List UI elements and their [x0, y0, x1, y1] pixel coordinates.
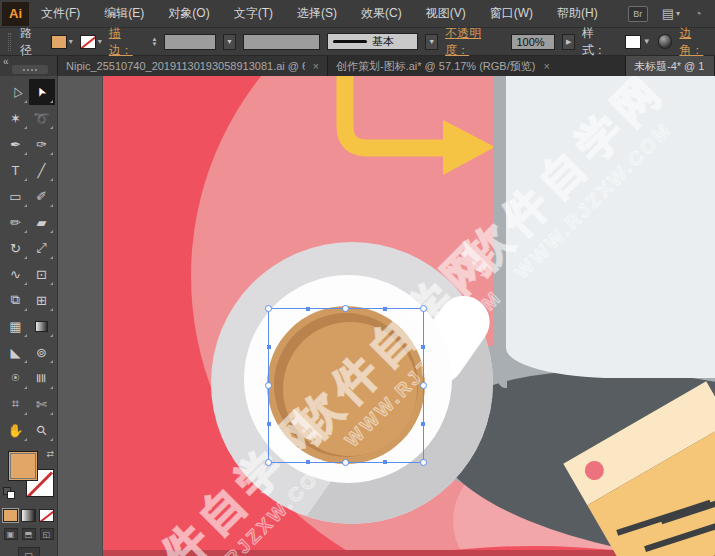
- width-profile-dropdown[interactable]: [243, 34, 320, 50]
- workspace-switcher[interactable]: ▤ ▾: [662, 6, 680, 21]
- menu-file[interactable]: 文件(F): [29, 0, 92, 27]
- style-swatch[interactable]: [625, 35, 641, 49]
- book-page[interactable]: [506, 76, 715, 378]
- menu-object[interactable]: 对象(O): [156, 0, 221, 27]
- swap-fill-stroke-icon[interactable]: ⇄: [46, 449, 54, 459]
- gradient-tool[interactable]: [29, 313, 55, 339]
- color-button[interactable]: [3, 509, 18, 522]
- style-label: 样式：: [582, 25, 618, 59]
- line-segment-tool[interactable]: ╱: [29, 157, 55, 183]
- brush-pen-tool[interactable]: ✑: [29, 131, 55, 157]
- rectangle-tool[interactable]: ▭: [3, 183, 29, 209]
- eraser-tool[interactable]: ▰: [29, 209, 55, 235]
- brush-caret[interactable]: ▼: [425, 34, 438, 50]
- selection-handle[interactable]: [265, 459, 272, 466]
- width-tool[interactable]: ∿: [3, 261, 29, 287]
- document-tab-3[interactable]: 未标题-4* @ 1: [626, 56, 715, 76]
- close-icon[interactable]: ×: [313, 60, 319, 72]
- magic-wand-tool[interactable]: ✶: [3, 105, 29, 131]
- pasteboard[interactable]: [58, 76, 103, 556]
- fill-indicator[interactable]: [8, 451, 38, 481]
- stroke-color-swatch[interactable]: [80, 35, 96, 49]
- page-spine-edge[interactable]: [493, 76, 507, 388]
- opacity-field[interactable]: 100%: [511, 34, 555, 50]
- zoom-tool[interactable]: ⚲: [29, 417, 55, 443]
- hand-tool[interactable]: ✋: [3, 417, 29, 443]
- chevron-down-icon: ▾: [676, 9, 680, 18]
- menu-select[interactable]: 选择(S): [285, 0, 349, 27]
- menu-effect[interactable]: 效果(C): [349, 0, 414, 27]
- shape-builder-tool[interactable]: ⧉: [3, 287, 29, 313]
- recolor-artwork-icon[interactable]: [658, 34, 673, 49]
- screen-mode-icon[interactable]: ▭: [18, 547, 40, 556]
- menu-help[interactable]: 帮助(H): [545, 0, 610, 27]
- anchor-dot[interactable]: [383, 460, 387, 464]
- perspective-grid-tool[interactable]: ⊞: [29, 287, 55, 313]
- direct-selection-tool[interactable]: ▷: [3, 79, 29, 105]
- brush-definition-dropdown[interactable]: 基本: [327, 33, 418, 50]
- selection-handle[interactable]: [265, 382, 272, 389]
- menu-edit[interactable]: 编辑(E): [92, 0, 156, 27]
- anchor-dot[interactable]: [267, 345, 271, 349]
- menu-type[interactable]: 文字(T): [222, 0, 285, 27]
- default-fill-stroke-icon[interactable]: [3, 487, 15, 499]
- selection-handle[interactable]: [342, 305, 349, 312]
- selection-handle[interactable]: [265, 305, 272, 312]
- blend-tool[interactable]: ⊚: [29, 339, 55, 365]
- anchor-dot[interactable]: [421, 345, 425, 349]
- close-icon[interactable]: ×: [543, 60, 549, 72]
- anchor-dot[interactable]: [267, 422, 271, 426]
- menu-view[interactable]: 视图(V): [414, 0, 478, 27]
- selection-handle[interactable]: [420, 305, 427, 312]
- stroke-weight-field[interactable]: [164, 34, 216, 50]
- stroke-panel-link[interactable]: 描边：: [109, 25, 145, 59]
- rotate-tool[interactable]: ↻: [3, 235, 29, 261]
- draw-behind-icon[interactable]: ⬒: [22, 528, 36, 540]
- selection-handle[interactable]: [342, 459, 349, 466]
- free-transform-tool[interactable]: ⊡: [29, 261, 55, 287]
- corner-link[interactable]: 边角：: [679, 25, 715, 59]
- paintbrush-tool[interactable]: ✐: [29, 183, 55, 209]
- anchor-dot[interactable]: [383, 307, 387, 311]
- lasso-tool[interactable]: ➰: [29, 105, 55, 131]
- toolbar-grip[interactable]: [12, 65, 48, 74]
- fill-color-dropdown[interactable]: ▾: [51, 35, 73, 49]
- panel-grip: [8, 33, 11, 51]
- scale-tool[interactable]: ⤢: [29, 235, 55, 261]
- canvas[interactable]: 软件自学网 WWW.RJZXW.COM 软件自学网 WWW.RJZXW.COM …: [103, 76, 715, 556]
- graphic-style-dropdown[interactable]: ▼: [625, 35, 651, 49]
- draw-inside-icon[interactable]: ◱: [40, 528, 54, 540]
- eyedropper-tool[interactable]: ◣: [3, 339, 29, 365]
- collapse-panel-icon[interactable]: «: [3, 56, 9, 67]
- selection-bounding-box[interactable]: [268, 308, 424, 463]
- bridge-icon[interactable]: Br: [628, 6, 648, 22]
- document-tab-1[interactable]: Nipic_25510740_20191130193058913081.ai @…: [58, 56, 328, 76]
- pencil-tool[interactable]: ✏: [3, 209, 29, 235]
- column-graph-tool[interactable]: ≣: [29, 365, 55, 391]
- mesh-tool[interactable]: ▦: [3, 313, 29, 339]
- draw-normal-icon[interactable]: ▣: [4, 528, 18, 540]
- opacity-caret[interactable]: ▶: [562, 34, 575, 50]
- stroke-color-dropdown[interactable]: ▾: [80, 35, 102, 49]
- gradient-button[interactable]: [21, 509, 36, 522]
- type-tool[interactable]: T: [3, 157, 29, 183]
- anchor-dot[interactable]: [306, 307, 310, 311]
- pen-tool[interactable]: ✒: [3, 131, 29, 157]
- anchor-dot[interactable]: [306, 460, 310, 464]
- selection-handle[interactable]: [420, 382, 427, 389]
- slice-tool[interactable]: ✄: [29, 391, 55, 417]
- cs-live-icon[interactable]: ◔: [694, 6, 702, 21]
- spin-down-icon[interactable]: ▼: [151, 42, 157, 47]
- document-tab-2[interactable]: 创作策划-图标.ai* @ 57.17% (RGB/预览) ×: [328, 56, 626, 76]
- stroke-weight-caret[interactable]: ▼: [223, 34, 236, 50]
- opacity-link[interactable]: 不透明度：: [445, 25, 504, 59]
- symbol-sprayer-tool[interactable]: ⍟: [3, 365, 29, 391]
- selection-tool[interactable]: ➤: [29, 79, 55, 105]
- anchor-dot[interactable]: [421, 422, 425, 426]
- fill-color-swatch[interactable]: [51, 35, 67, 49]
- selection-handle[interactable]: [420, 459, 427, 466]
- stroke-weight-stepper[interactable]: ▲ ▼: [151, 37, 157, 47]
- menu-window[interactable]: 窗口(W): [478, 0, 545, 27]
- none-button[interactable]: [39, 509, 54, 522]
- artboard-tool[interactable]: ⌗: [3, 391, 29, 417]
